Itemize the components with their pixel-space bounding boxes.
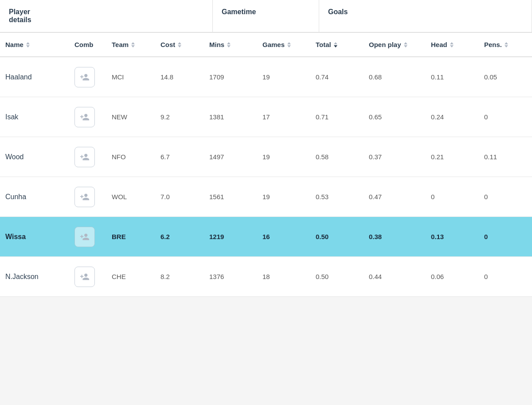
table-row: Cunha WOL 7.0 1561 19 0.53 0.47 0 0 — [0, 177, 532, 217]
cell-cost: 8.2 — [155, 267, 204, 287]
sort-icon-total — [334, 42, 337, 47]
cell-team: NEW — [106, 107, 155, 127]
sort-icon-openplay — [404, 42, 407, 47]
cell-name: Isak — [0, 107, 71, 127]
cell-cost: 7.0 — [155, 187, 204, 207]
add-player-icon — [80, 112, 90, 122]
cell-head: 0.21 — [426, 147, 479, 167]
cell-mins: 1497 — [204, 147, 257, 167]
cell-pens: 0.11 — [479, 147, 532, 167]
table-row: Wood NFO 6.7 1497 19 0.58 0.37 0.21 0.11 — [0, 137, 532, 177]
cell-openplay: 0.37 — [364, 147, 426, 167]
cell-pens: 0 — [479, 227, 532, 247]
cell-pens: 0 — [479, 187, 532, 207]
table-row: Haaland MCI 14.8 1709 19 0.74 0.68 0.11 … — [0, 57, 532, 97]
add-player-icon — [80, 72, 90, 82]
cell-total: 0.50 — [310, 227, 364, 247]
sort-icon-pens — [505, 42, 508, 47]
add-player-button[interactable] — [74, 187, 95, 207]
rows-container: Haaland MCI 14.8 1709 19 0.74 0.68 0.11 … — [0, 57, 532, 297]
top-header-gametime: Gametime — [213, 0, 319, 32]
sort-icon-cost — [178, 42, 181, 47]
cell-head: 0 — [426, 187, 479, 207]
add-player-icon — [80, 232, 90, 242]
cell-head: 0.11 — [426, 67, 479, 87]
col-header-games[interactable]: Games — [257, 33, 310, 56]
col-header-pens[interactable]: Pens. — [479, 33, 532, 56]
col-header-head[interactable]: Head — [426, 33, 479, 56]
cell-pens: 0 — [479, 107, 532, 127]
cell-name: Cunha — [0, 187, 71, 207]
player-details-label: Player details — [9, 8, 31, 24]
cell-comb[interactable] — [71, 141, 106, 173]
add-player-icon — [80, 272, 90, 282]
cell-team: MCI — [106, 67, 155, 87]
cell-comb[interactable] — [71, 61, 106, 94]
top-header-player-details: Player details — [0, 0, 213, 32]
sort-icon-games — [287, 42, 291, 47]
add-player-button[interactable] — [74, 107, 95, 127]
cell-comb[interactable] — [71, 260, 106, 293]
top-header-goals: Goals — [319, 0, 532, 32]
col-header-name[interactable]: Name — [0, 33, 71, 56]
add-player-button[interactable] — [74, 267, 95, 287]
cell-openplay: 0.38 — [364, 227, 426, 247]
cell-mins: 1381 — [204, 107, 257, 127]
cell-head: 0.24 — [426, 107, 479, 127]
cell-name: Wissa — [0, 227, 71, 247]
sort-icon-name — [26, 42, 30, 47]
col-header-mins[interactable]: Mins — [204, 33, 257, 56]
sort-icon-team — [131, 42, 135, 47]
sort-icon-mins — [227, 42, 231, 47]
cell-cost: 6.2 — [155, 227, 204, 247]
cell-games: 19 — [257, 67, 310, 87]
cell-pens: 0 — [479, 267, 532, 287]
cell-total: 0.53 — [310, 187, 364, 207]
cell-openplay: 0.65 — [364, 107, 426, 127]
col-header-total[interactable]: Total — [310, 33, 364, 56]
cell-comb[interactable] — [71, 181, 106, 213]
column-header-row: Name Comb Team Cost Mins Games Total Ope… — [0, 33, 532, 57]
cell-games: 16 — [257, 227, 310, 247]
cell-head: 0.06 — [426, 267, 479, 287]
cell-openplay: 0.68 — [364, 67, 426, 87]
cell-name: N.Jackson — [0, 267, 71, 287]
sort-icon-head — [450, 42, 454, 47]
cell-team: CHE — [106, 267, 155, 287]
table-row: Isak NEW 9.2 1381 17 0.71 0.65 0.24 0 — [0, 97, 532, 137]
cell-team: BRE — [106, 227, 155, 247]
top-header-row: Player details Gametime Goals — [0, 0, 532, 33]
cell-mins: 1376 — [204, 267, 257, 287]
col-header-cost[interactable]: Cost — [155, 33, 204, 56]
cell-openplay: 0.47 — [364, 187, 426, 207]
add-player-icon — [80, 152, 90, 162]
cell-name: Haaland — [0, 67, 71, 87]
col-header-team[interactable]: Team — [106, 33, 155, 56]
cell-cost: 9.2 — [155, 107, 204, 127]
add-player-icon — [80, 192, 90, 202]
cell-name: Wood — [0, 147, 71, 167]
col-header-openplay[interactable]: Open play — [364, 33, 426, 56]
gametime-label: Gametime — [222, 8, 256, 16]
cell-mins: 1709 — [204, 67, 257, 87]
cell-mins: 1561 — [204, 187, 257, 207]
cell-total: 0.58 — [310, 147, 364, 167]
cell-total: 0.74 — [310, 67, 364, 87]
cell-comb[interactable] — [71, 101, 106, 134]
add-player-button[interactable] — [74, 147, 95, 167]
table-row: Wissa BRE 6.2 1219 16 0.50 0.38 0.13 0 — [0, 217, 532, 257]
cell-team: WOL — [106, 187, 155, 207]
table-row: N.Jackson CHE 8.2 1376 18 0.50 0.44 0.06… — [0, 257, 532, 297]
cell-games: 18 — [257, 267, 310, 287]
cell-comb[interactable] — [71, 220, 106, 253]
cell-total: 0.71 — [310, 107, 364, 127]
cell-games: 19 — [257, 187, 310, 207]
cell-games: 19 — [257, 147, 310, 167]
cell-pens: 0.05 — [479, 67, 532, 87]
add-player-button[interactable] — [74, 67, 95, 87]
cell-games: 17 — [257, 107, 310, 127]
add-player-button[interactable] — [74, 227, 95, 247]
cell-team: NFO — [106, 147, 155, 167]
cell-cost: 14.8 — [155, 67, 204, 87]
col-header-comb: Comb — [71, 33, 106, 56]
